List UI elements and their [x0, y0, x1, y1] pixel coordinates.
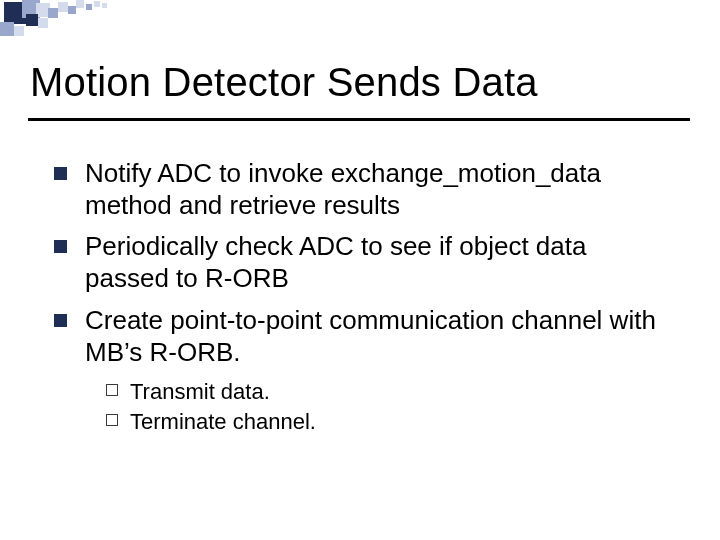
bullet-text: Notify ADC to invoke exchange_motion_dat…	[85, 158, 674, 221]
sub-bullet-text: Terminate channel.	[130, 408, 316, 436]
content-area: Notify ADC to invoke exchange_motion_dat…	[54, 158, 674, 437]
square-bullet-icon	[54, 167, 67, 180]
sub-bullet-list: Transmit data. Terminate channel.	[106, 378, 674, 435]
square-bullet-icon	[54, 240, 67, 253]
bullet-item: Create point-to-point communication chan…	[54, 305, 674, 368]
hollow-square-bullet-icon	[106, 414, 118, 426]
title-underline	[28, 118, 690, 121]
bullet-item: Notify ADC to invoke exchange_motion_dat…	[54, 158, 674, 221]
sub-bullet-item: Terminate channel.	[106, 408, 674, 436]
sub-bullet-text: Transmit data.	[130, 378, 270, 406]
slide: Motion Detector Sends Data Notify ADC to…	[0, 0, 720, 540]
bullet-item: Periodically check ADC to see if object …	[54, 231, 674, 294]
sub-bullet-item: Transmit data.	[106, 378, 674, 406]
bullet-text: Create point-to-point communication chan…	[85, 305, 674, 368]
square-bullet-icon	[54, 314, 67, 327]
slide-title: Motion Detector Sends Data	[30, 60, 538, 105]
hollow-square-bullet-icon	[106, 384, 118, 396]
bullet-text: Periodically check ADC to see if object …	[85, 231, 674, 294]
